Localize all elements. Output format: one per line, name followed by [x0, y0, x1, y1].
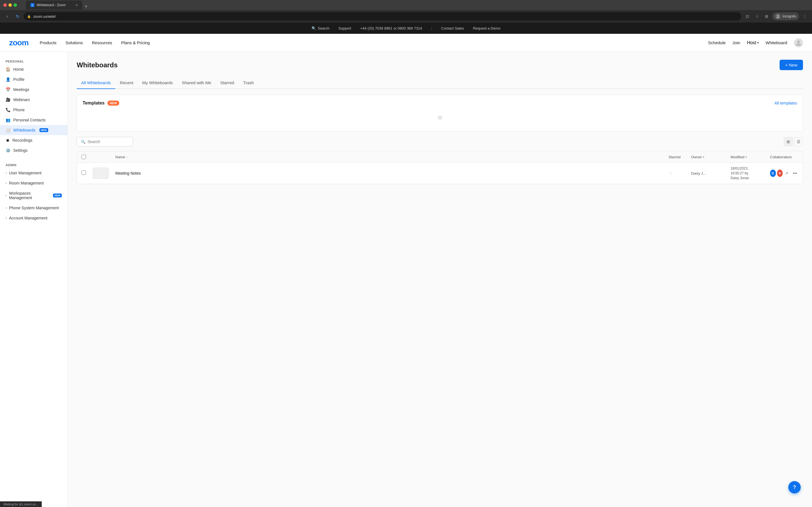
nav-products[interactable]: Products [40, 40, 56, 45]
nav-schedule[interactable]: Schedule [708, 40, 726, 45]
owner-column-label: Owner [691, 155, 702, 159]
user-management-label: User Management [9, 171, 42, 175]
browser-menu-button[interactable]: ⋮ [801, 12, 809, 20]
page-header: Whiteboards + New [77, 60, 803, 70]
incognito-indicator[interactable]: Incognito [772, 12, 799, 20]
templates-section: Templates NEW All templates ✳ [77, 95, 803, 131]
select-all-checkbox[interactable] [82, 155, 86, 159]
bookmark-icon[interactable]: ☆ [753, 12, 761, 20]
sidebar-whiteboards-label: Whiteboards [13, 128, 36, 132]
new-tab-button[interactable]: + [82, 4, 90, 10]
topbar-request-demo[interactable]: Request a Demo [473, 26, 500, 31]
help-button[interactable]: ? [788, 481, 801, 494]
modified-time: 16:50:27 by [730, 171, 748, 175]
sidebar-item-home[interactable]: 🏠 Home [0, 64, 67, 74]
meetings-icon: 📅 [6, 87, 10, 92]
modified-column-label: Modified [730, 155, 744, 159]
maximize-button[interactable] [13, 3, 17, 7]
grid-view-button[interactable]: ⊞ [784, 137, 793, 146]
sidebar-item-room-management[interactable]: › Room Management [0, 178, 67, 188]
extensions-icon[interactable]: ⊞ [763, 12, 770, 20]
tab-all-whiteboards[interactable]: All Whiteboards [77, 77, 115, 89]
whiteboard-nav-icon: ⬜ [6, 128, 10, 132]
topbar-search[interactable]: 🔍 Search [312, 26, 329, 31]
new-whiteboard-button[interactable]: + New [779, 60, 803, 70]
search-input[interactable] [88, 139, 129, 144]
whiteboard-name[interactable]: Meeting Notes [115, 171, 141, 175]
sidebar-item-profile[interactable]: 👤 Profile [0, 74, 67, 84]
main-nav: Products Solutions Resources Plans & Pri… [40, 40, 150, 45]
address-bar[interactable]: 🔒 zoom.us/wb#/ [24, 12, 741, 20]
tab-title: Whiteboard - Zoom [37, 3, 66, 7]
tab-trash[interactable]: Trash [239, 77, 258, 89]
sidebar-item-user-management[interactable]: › User Management [0, 168, 67, 178]
minimize-button[interactable] [8, 3, 12, 7]
more-options-button[interactable]: ••• [792, 170, 798, 177]
search-bar-container: 🔍 ⊞ ☰ [77, 137, 803, 147]
cast-icon[interactable]: ⊡ [744, 12, 751, 20]
star-button[interactable]: ☆ [668, 171, 672, 176]
nav-avatar[interactable] [794, 38, 803, 47]
nav-whiteboard[interactable]: Whiteboard [765, 40, 787, 45]
header-name-cell[interactable]: Name ↓ [115, 155, 668, 159]
modified-sort-icon: ▾ [746, 156, 747, 159]
sidebar-item-webinars[interactable]: 🎥 Webinars [0, 95, 67, 105]
whiteboard-table: Name ↓ Starred Owner ▾ Modified ▾ Collab… [77, 151, 803, 184]
svg-point-2 [797, 41, 800, 43]
share-button[interactable]: ↗ [784, 170, 790, 177]
sidebar-item-phone[interactable]: 📞 Phone [0, 105, 67, 115]
topbar-support-link[interactable]: Support [338, 26, 351, 31]
nav-solutions[interactable]: Solutions [65, 40, 83, 45]
topbar-contact-sales[interactable]: Contact Sales [441, 26, 464, 31]
header-owner-cell[interactable]: Owner ▾ [691, 155, 730, 159]
main-content: Whiteboards + New All Whiteboards Recent… [68, 52, 812, 507]
collaborator-avatar-d[interactable]: D [770, 170, 776, 177]
svg-point-1 [776, 17, 779, 18]
recordings-icon: ⏺ [6, 138, 10, 143]
sidebar-item-phone-system-management[interactable]: › Phone System Management [0, 203, 67, 213]
nav-resources[interactable]: Resources [92, 40, 112, 45]
name-sort-icon: ↓ [126, 156, 128, 159]
row-checkbox[interactable] [82, 170, 86, 175]
sidebar-item-account-management[interactable]: › Account Management [0, 213, 67, 223]
nav-join[interactable]: Join [732, 40, 741, 45]
back-button[interactable]: ‹ [3, 12, 11, 20]
user-management-chevron: › [6, 171, 7, 175]
header-checkbox-cell [82, 155, 93, 159]
zoom-logo[interactable]: zoom [9, 38, 29, 47]
nav-host[interactable]: Host ▾ [747, 40, 759, 45]
tab-my-whiteboards[interactable]: My Whiteboards [138, 77, 177, 89]
sidebar-item-recordings[interactable]: ⏺ Recordings [0, 135, 67, 145]
all-templates-link[interactable]: All templates [774, 101, 797, 105]
name-column-label: Name [115, 155, 125, 159]
tab-close-button[interactable]: ✕ [75, 3, 78, 7]
tab-shared-with-me[interactable]: Shared with Me [177, 77, 216, 89]
sidebar-item-settings[interactable]: ⚙️ Settings [0, 145, 67, 156]
lock-icon: 🔒 [27, 15, 31, 18]
tab-recent[interactable]: Recent [115, 77, 138, 89]
nav-pricing[interactable]: Plans & Pricing [121, 40, 150, 45]
templates-title: Templates [83, 101, 105, 106]
tab-favicon: Z [31, 3, 35, 7]
search-input-wrap[interactable]: 🔍 [77, 137, 133, 147]
browser-tab-active[interactable]: Z Whiteboard - Zoom ✕ [26, 1, 82, 10]
refresh-button[interactable]: ↻ [13, 12, 21, 20]
topbar-search-label: Search [318, 26, 329, 31]
sidebar-item-meetings[interactable]: 📅 Meetings [0, 84, 67, 95]
row-name-cell: Meeting Notes [115, 171, 668, 176]
row-actions: ↗ ••• [784, 170, 798, 177]
zoom-navbar: zoom Products Solutions Resources Plans … [0, 34, 812, 52]
topbar-phone: +44 (20) 7039 8961 or 0800 368 7314 [360, 26, 422, 31]
account-management-label: Account Management [9, 216, 47, 220]
phone-icon: 📞 [6, 108, 10, 112]
collaborator-avatar-r[interactable]: R [777, 170, 783, 177]
sidebar-item-whiteboards[interactable]: ⬜ Whiteboards NEW [0, 125, 67, 135]
webinars-icon: 🎥 [6, 98, 10, 102]
sidebar: PERSONAL 🏠 Home 👤 Profile 📅 Meetings 🎥 W… [0, 52, 68, 507]
list-view-button[interactable]: ☰ [794, 137, 803, 146]
header-modified-cell[interactable]: Modified ▾ [730, 155, 770, 159]
sidebar-item-personal-contacts[interactable]: 👥 Personal Contacts [0, 115, 67, 125]
sidebar-item-workspaces-management[interactable]: › Workspaces Management NEW [0, 188, 67, 203]
close-button[interactable] [3, 3, 7, 7]
tab-starred[interactable]: Starred [216, 77, 239, 89]
